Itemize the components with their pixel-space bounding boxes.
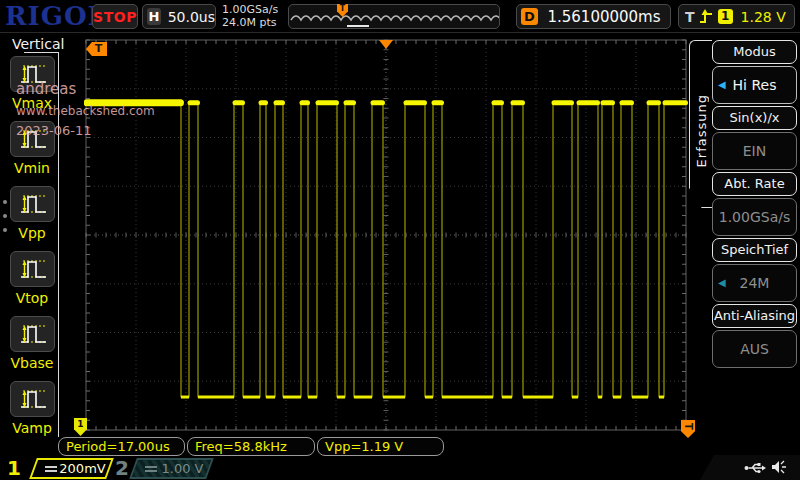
vamp-label: Vamp: [0, 420, 64, 436]
menu-item-anti-aliasing[interactable]: Anti-AliasingAUS: [712, 304, 797, 368]
vmin-label: Vmin: [0, 160, 64, 176]
waveform-record-preview[interactable]: T: [288, 4, 500, 29]
memory-depth: 24.0M pts: [222, 16, 278, 29]
record-squiggle: [289, 5, 499, 28]
menu-item-abt-rate[interactable]: Abt. Rate1.00GSa/s: [712, 172, 797, 236]
vbase-label: Vbase: [0, 355, 64, 371]
io-status-panel: [700, 455, 800, 480]
vmin-icon: [15, 126, 51, 152]
sample-rate: 1.00GSa/s: [222, 3, 278, 16]
measurement-vpp: Vpp=1.19 V: [317, 437, 444, 456]
trigger-source-badge: 1: [718, 9, 733, 24]
channel1-scale: 200mV: [57, 461, 108, 476]
menu-item-value: ◀24M: [712, 264, 797, 302]
vmin-button[interactable]: [10, 121, 55, 157]
menu-item-header: SpeichTief: [712, 238, 797, 262]
horizontal-icon: H: [147, 8, 161, 25]
vmax-button[interactable]: [10, 56, 55, 92]
menu-item-modus[interactable]: Modus◀Hi Res: [712, 40, 797, 104]
trigger-level-value: 1.28 V: [741, 9, 786, 25]
vmax-icon: [15, 61, 51, 87]
menu-item-value: EIN: [712, 132, 797, 170]
measurement-period: Period=17.00us: [58, 437, 185, 456]
vpp-label: Vpp: [0, 225, 64, 241]
dc-coupling-icon: [45, 466, 57, 472]
run-stop-indicator[interactable]: STOP: [92, 4, 138, 29]
channel2-badge[interactable]: 1.00 V: [129, 458, 214, 479]
usb-icon: [744, 461, 766, 474]
menu-item-header: Anti-Aliasing: [712, 304, 797, 328]
left-arrow-icon: ◀: [718, 67, 726, 103]
channel2-number: 2: [115, 456, 129, 480]
vamp-icon: [15, 386, 51, 412]
trigger-level-marker-icon[interactable]: T: [681, 420, 695, 438]
vmax-label: Vmax: [0, 95, 64, 111]
display-window-indicator: [347, 24, 369, 27]
channel2-scale: 1.00 V: [157, 461, 208, 476]
stop-label: STOP: [93, 9, 137, 25]
menu-item-value: 1.00GSa/s: [712, 198, 797, 236]
channel1-ground-marker-icon[interactable]: 1: [74, 418, 87, 436]
vpp-icon: [15, 191, 51, 217]
oscilloscope-screen: RIGOL STOP H 50.0us 1.00GSa/s 24.0M pts …: [0, 0, 800, 480]
menu-item-header: Abt. Rate: [712, 172, 797, 196]
delay-value: 1.56100000ms: [538, 8, 670, 26]
rising-edge-icon: [699, 9, 714, 25]
vtop-label: Vtop: [0, 290, 64, 306]
vertical-menu-title: Vertical: [12, 36, 64, 52]
sample-rate-readout: 1.00GSa/s 24.0M pts: [222, 3, 278, 29]
vpp-button[interactable]: [10, 186, 55, 222]
dc-coupling-icon: [145, 466, 157, 472]
trigger-label: T: [685, 9, 695, 25]
channel1-number: 1: [7, 456, 21, 480]
scroll-dot: [3, 200, 7, 204]
menu-item-value: ◀Hi Res: [712, 66, 797, 104]
menu-item-value: AUS: [712, 330, 797, 368]
vbase-button[interactable]: [10, 316, 55, 352]
delay-icon: D: [521, 8, 538, 25]
left-arrow-icon: ◀: [718, 265, 726, 301]
timebase-value: 50.0us: [168, 9, 215, 25]
vtop-button[interactable]: [10, 251, 55, 287]
beeper-icon: [770, 459, 788, 475]
divider: [24, 52, 58, 53]
menu-item-header: Sin(x)/x: [712, 106, 797, 130]
scroll-dot: [3, 214, 7, 218]
menu-item-speichtief[interactable]: SpeichTief◀24M: [712, 238, 797, 302]
channel1-badge[interactable]: 200mV: [29, 458, 114, 479]
waveform-display[interactable]: [84, 38, 688, 432]
horizontal-reference-icon[interactable]: [379, 40, 393, 49]
acquire-tab-label: Erfassung: [694, 80, 709, 167]
vbase-icon: [15, 321, 51, 347]
acquire-menu-tab[interactable]: Erfassung: [689, 40, 712, 208]
horizontal-timebase-box[interactable]: H 50.0us: [142, 4, 216, 29]
menu-item-header: Modus: [712, 40, 797, 64]
vtop-icon: [15, 256, 51, 282]
measurement-freq: Freq=58.8kHz: [187, 437, 315, 456]
menu-item-sin-x-x[interactable]: Sin(x)/xEIN: [712, 106, 797, 170]
vamp-button[interactable]: [10, 381, 55, 417]
delay-readout-box: D 1.56100000ms: [516, 4, 671, 29]
trigger-readout-box: T 1 1.28 V: [678, 4, 795, 29]
